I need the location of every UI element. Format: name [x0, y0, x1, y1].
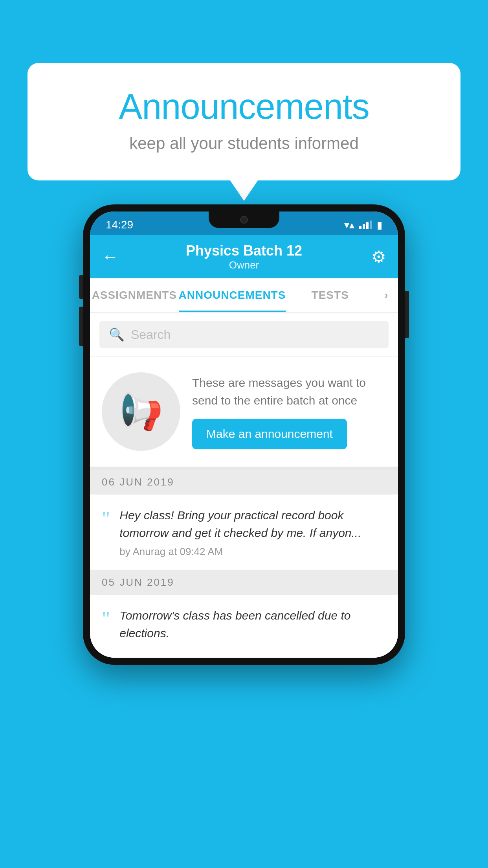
- settings-button[interactable]: ⚙: [371, 247, 386, 267]
- status-time: 14:29: [106, 219, 133, 231]
- date-separator-1: 06 JUN 2019: [90, 470, 398, 495]
- search-placeholder: Search: [131, 327, 171, 342]
- announcement-meta-1: by Anurag at 09:42 AM: [119, 546, 386, 558]
- promo-content: These are messages you want to send to t…: [192, 374, 386, 449]
- date-separator-2: 05 JUN 2019: [90, 570, 398, 595]
- search-container: 🔍 Search: [90, 313, 398, 357]
- tab-assignments[interactable]: ASSIGNMENTS: [90, 278, 179, 312]
- quote-icon-1: ": [102, 509, 110, 529]
- search-icon: 🔍: [109, 327, 125, 342]
- volume-button-1: [79, 275, 83, 299]
- make-announcement-button[interactable]: Make an announcement: [192, 419, 347, 449]
- tabs-bar: ASSIGNMENTS ANNOUNCEMENTS TESTS ›: [90, 278, 398, 313]
- announcements-title: Announcements: [59, 86, 429, 127]
- phone-screen: 14:29 ▾▴ ▮ ← Physics Batch 12 Owner ⚙: [90, 211, 398, 658]
- quote-icon-2: ": [102, 609, 110, 629]
- tab-more[interactable]: ›: [374, 278, 398, 312]
- volume-button-2: [79, 307, 83, 346]
- megaphone-icon: 📢: [119, 391, 163, 432]
- wifi-icon: ▾▴: [344, 219, 354, 231]
- promo-description: These are messages you want to send to t…: [192, 374, 386, 409]
- status-icons: ▾▴ ▮: [344, 219, 382, 231]
- app-bar: ← Physics Batch 12 Owner ⚙: [90, 235, 398, 278]
- app-bar-center: Physics Batch 12 Owner: [186, 243, 302, 271]
- search-box[interactable]: 🔍 Search: [99, 321, 389, 348]
- tab-announcements[interactable]: ANNOUNCEMENTS: [179, 278, 286, 312]
- batch-subtitle: Owner: [186, 259, 302, 271]
- battery-icon: ▮: [377, 219, 382, 231]
- speech-bubble-card: Announcements keep all your students inf…: [28, 63, 460, 180]
- announcement-content-2: Tomorrow's class has been cancelled due …: [119, 607, 386, 646]
- signal-bars-icon: [359, 221, 372, 229]
- announcement-item-2[interactable]: " Tomorrow's class has been cancelled du…: [90, 595, 398, 658]
- camera: [240, 216, 248, 224]
- notch: [209, 211, 279, 228]
- power-button: [405, 291, 409, 338]
- promo-section: 📢 These are messages you want to send to…: [90, 357, 398, 470]
- tab-tests[interactable]: TESTS: [286, 278, 374, 312]
- announcement-item-1[interactable]: " Hey class! Bring your practical record…: [90, 495, 398, 570]
- announcement-text-1: Hey class! Bring your practical record b…: [119, 506, 386, 542]
- batch-title: Physics Batch 12: [186, 243, 302, 259]
- phone-frame: 14:29 ▾▴ ▮ ← Physics Batch 12 Owner ⚙: [83, 204, 405, 665]
- promo-icon-circle: 📢: [102, 372, 180, 451]
- announcement-content-1: Hey class! Bring your practical record b…: [119, 506, 386, 558]
- phone-wrapper: 14:29 ▾▴ ▮ ← Physics Batch 12 Owner ⚙: [83, 204, 405, 665]
- announcement-text-2: Tomorrow's class has been cancelled due …: [119, 607, 386, 642]
- speech-bubble-section: Announcements keep all your students inf…: [28, 63, 460, 180]
- back-button[interactable]: ←: [102, 247, 125, 266]
- announcements-subtitle: keep all your students informed: [59, 134, 429, 153]
